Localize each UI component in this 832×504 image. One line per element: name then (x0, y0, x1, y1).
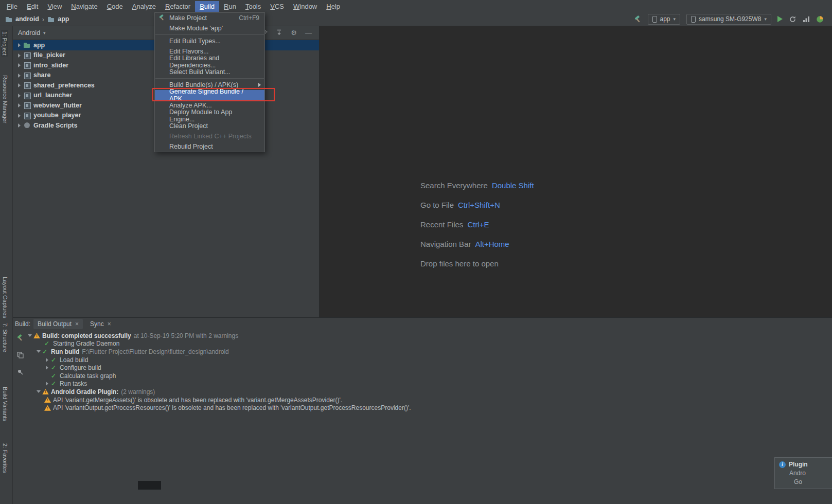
gradle-sync-icon[interactable] (816, 15, 824, 23)
chevron-right-icon[interactable] (16, 42, 23, 48)
notification-line: Go (779, 478, 828, 485)
menu-help[interactable]: Help (322, 1, 345, 12)
menu-item-make-module[interactable]: Make Module 'app' (155, 23, 264, 33)
chevron-down-icon[interactable] (36, 349, 42, 355)
notification-title: i Plugin (779, 461, 828, 468)
menu-edit[interactable]: Edit (22, 1, 43, 12)
project-header-icons: ⚙ — (260, 28, 314, 37)
hammer-icon[interactable] (16, 334, 24, 343)
hint-navigation-bar: Navigation BarAlt+Home (420, 240, 534, 251)
build-row-warning-merge-assets[interactable]: API 'variant.getMergeAssets()' is obsole… (26, 396, 832, 404)
build-menu-popup: Make Project Ctrl+F9 Make Module 'app' E… (154, 12, 265, 152)
build-row-calculate-task-graph[interactable]: ✓ Calculate task graph (26, 372, 832, 380)
notification-line: Andro (779, 470, 828, 477)
menu-item-edit-libraries[interactable]: Edit Libraries and Dependencies... (155, 57, 264, 67)
module-folder-icon (47, 16, 55, 23)
hint-drop-files: Drop files here to open (420, 259, 534, 271)
gear-icon[interactable]: ⚙ (291, 29, 297, 37)
build-row-warning-process-resources[interactable]: API 'variantOutput.getProcessResources()… (26, 404, 832, 412)
foreign-window-fragment (138, 481, 161, 490)
menu-window[interactable]: Window (289, 1, 322, 12)
menu-code[interactable]: Code (102, 1, 128, 12)
shortcut-text: Ctrl+Shift+N (458, 201, 500, 209)
chevron-right-icon[interactable] (16, 92, 23, 99)
breadcrumb-project[interactable]: android (15, 15, 39, 23)
refresh-icon[interactable] (789, 15, 796, 23)
stripe-resource-manager[interactable]: Resource Manager (2, 75, 8, 123)
project-view-selector[interactable]: Android (18, 29, 40, 37)
menu-build[interactable]: Build (195, 1, 219, 12)
menu-item-clean-project[interactable]: Clean Project (155, 121, 264, 131)
chevron-right-icon[interactable] (44, 381, 51, 387)
build-row-run-tasks[interactable]: ✓ Run tasks (26, 380, 832, 388)
stripe-layout-captures[interactable]: Layout Captures (2, 277, 8, 318)
chevron-down-icon[interactable] (36, 389, 42, 395)
app-module-icon (652, 16, 657, 23)
run-configuration-select[interactable]: app ▾ (648, 14, 681, 25)
menu-file[interactable]: File (2, 1, 22, 12)
hide-panel-icon[interactable]: — (305, 29, 312, 37)
chevron-right-icon[interactable] (44, 357, 51, 363)
android-app-folder-icon (23, 42, 31, 48)
target-device-select[interactable]: samsung SM-G925W8 ▾ (686, 14, 771, 25)
menu-analyze[interactable]: Analyze (128, 1, 161, 12)
stripe-favorites[interactable]: 2: Favorites (2, 443, 8, 473)
breadcrumb: android › app (0, 15, 69, 23)
breadcrumb-module[interactable]: app (58, 15, 69, 23)
build-row-summary[interactable]: Build: completed successfully at 10-Sep-… (26, 332, 832, 340)
menu-navigate[interactable]: Navigate (66, 1, 102, 12)
build-row-gradle-plugin[interactable]: Android Gradle Plugin: (2 warnings) (26, 388, 832, 396)
editor-area: Search EverywhereDouble Shift Go to File… (320, 26, 832, 317)
menu-vcs[interactable]: VCS (265, 1, 289, 12)
stripe-build-variants[interactable]: Build Variants (2, 387, 8, 421)
notification-popup[interactable]: i Plugin Andro Go (774, 457, 832, 489)
menu-bar: File Edit View Navigate Code Analyze Ref… (0, 0, 832, 12)
project-folder-icon (5, 16, 12, 23)
chevron-right-icon[interactable] (16, 72, 23, 79)
pin-icon[interactable] (17, 369, 24, 377)
build-row-run-build[interactable]: ✓ Run build F:\Flutter Project\Flutter D… (26, 348, 832, 356)
build-tool-window: Build: Build Output × Sync × Build: comp… (13, 317, 832, 504)
gradle-icon (23, 122, 31, 129)
collapse-all-icon[interactable] (276, 29, 282, 37)
menu-tools[interactable]: Tools (241, 1, 265, 12)
menu-item-deploy-app-engine[interactable]: Deploy Module to App Engine... (155, 111, 264, 121)
hammer-icon (158, 14, 165, 23)
profiler-icon[interactable] (803, 16, 810, 23)
chevron-down-icon[interactable] (27, 333, 33, 339)
chevron-right-icon[interactable] (16, 122, 23, 129)
run-button[interactable] (777, 16, 783, 22)
menu-item-refresh-linked-cpp: Refresh Linked C++ Projects (155, 131, 264, 141)
shortcut-text: Alt+Home (475, 240, 509, 248)
menu-item-make-project[interactable]: Make Project Ctrl+F9 (155, 13, 264, 23)
chevron-right-icon[interactable] (16, 112, 23, 119)
stripe-project[interactable]: 1: Project (1, 30, 8, 57)
chevron-right-icon[interactable] (44, 365, 51, 371)
chevron-down-icon: ▾ (674, 16, 676, 22)
chevron-right-icon[interactable] (16, 62, 23, 68)
tab-sync[interactable]: Sync × (86, 319, 115, 329)
build-row-configure-build[interactable]: ✓ Configure build (26, 364, 832, 372)
stripe-structure[interactable]: 7: Structure (2, 323, 8, 352)
menu-item-select-build-variant[interactable]: Select Build Variant... (155, 67, 264, 77)
chevron-right-icon[interactable] (16, 82, 23, 88)
close-icon[interactable]: × (75, 321, 79, 327)
menu-refactor[interactable]: Refactor (161, 1, 195, 12)
toolbar-run-controls: app ▾ samsung SM-G925W8 ▾ (634, 14, 832, 25)
build-row-load-build[interactable]: ✓ Load build (26, 356, 832, 364)
chevron-right-icon[interactable] (16, 52, 23, 59)
tab-build-output[interactable]: Build Output × (33, 319, 83, 329)
close-icon[interactable]: × (108, 321, 111, 327)
menu-view[interactable]: View (43, 1, 66, 12)
chevron-right-icon[interactable] (16, 102, 23, 109)
layers-icon[interactable] (17, 352, 24, 360)
check-icon: ✓ (51, 380, 56, 387)
menu-item-edit-build-types[interactable]: Edit Build Types... (155, 36, 264, 46)
tool-window-stripe: 1: Project Resource Manager Layout Captu… (0, 26, 13, 504)
check-icon: ✓ (51, 372, 56, 380)
menu-run[interactable]: Run (219, 1, 241, 12)
make-project-hammer-icon[interactable] (634, 15, 642, 23)
menu-item-rebuild-project[interactable]: Rebuild Project (155, 141, 264, 152)
build-row-gradle-daemon[interactable]: ✓ Starting Gradle Daemon (26, 340, 832, 348)
build-panel-label: Build: (15, 320, 30, 328)
